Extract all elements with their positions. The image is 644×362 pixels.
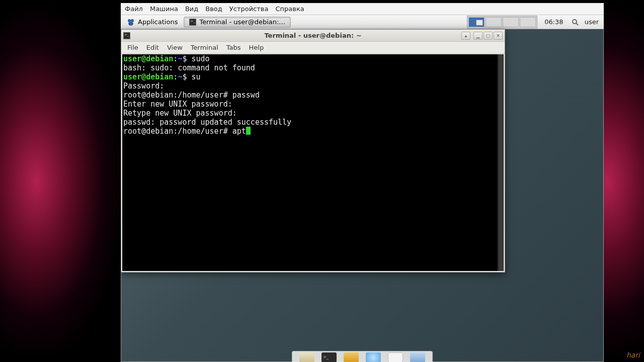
workspace-pager[interactable] (467, 16, 537, 29)
svg-point-3 (573, 20, 577, 24)
menu-help[interactable]: Help (249, 44, 264, 51)
dock-web-browser[interactable] (366, 352, 381, 362)
terminal-line: Retype new UNIX password: (123, 109, 503, 118)
host-menu-input[interactable]: Ввод (205, 5, 222, 13)
window-close-button[interactable]: ✕ (494, 32, 503, 40)
terminal-line: user@debian:~$ sudo (123, 54, 503, 63)
svg-point-2 (128, 22, 133, 26)
terminal-output[interactable]: user@debian:~$ sudobash: sudo: command n… (122, 54, 504, 271)
menu-edit[interactable]: Edit (146, 44, 159, 51)
svg-line-4 (576, 23, 578, 25)
terminal-line: passwd: password updated successfully (123, 118, 503, 127)
menu-terminal[interactable]: Terminal (191, 44, 218, 51)
terminal-line: user@debian:~$ su (123, 72, 503, 81)
xfce-dock (292, 351, 433, 362)
menu-view[interactable]: View (167, 44, 183, 51)
terminal-menubar: File Edit View Terminal Tabs Help (121, 42, 505, 54)
dock-file-manager[interactable] (299, 352, 314, 362)
terminal-line: root@debian:/home/user# apt (123, 127, 503, 136)
panel-clock[interactable]: 06:38 (539, 18, 568, 26)
window-pin-button[interactable]: ▴ (461, 32, 470, 40)
menu-file[interactable]: File (127, 44, 138, 51)
terminal-cursor (246, 127, 251, 135)
host-menu-machine[interactable]: Машина (150, 5, 178, 13)
applications-menu-button[interactable]: Applications (123, 17, 182, 27)
window-titlebar[interactable]: Terminal - user@debian: ~ ▴ ▁ ▢ ✕ (121, 30, 505, 42)
host-menubar: Файл Машина Вид Ввод Устройства Справка (121, 3, 604, 15)
window-app-icon (123, 32, 130, 39)
workspace-2[interactable] (486, 17, 502, 27)
terminal-scrollbar[interactable] (498, 54, 504, 271)
terminal-line: Enter new UNIX password: (123, 100, 503, 109)
search-icon[interactable] (571, 18, 580, 27)
applications-menu-label: Applications (138, 18, 178, 26)
watermark-text: hari (626, 351, 640, 359)
terminal-scrollbar-thumb[interactable] (499, 54, 503, 271)
terminal-line: bash: sudo: command not found (123, 63, 503, 72)
dock-text-editor[interactable] (388, 352, 403, 362)
terminal-line: Password: (123, 81, 503, 90)
terminal-line: root@debian:/home/user# passwd (123, 90, 503, 100)
taskbar-button-label: Terminal - user@debian:... (199, 18, 285, 26)
dock-terminal[interactable] (321, 352, 337, 362)
xfce-top-panel: Applications Terminal - user@debian:... … (121, 15, 604, 29)
window-title: Terminal - user@debian: ~ (121, 32, 505, 39)
workspace-1[interactable] (468, 17, 485, 27)
taskbar-button-terminal[interactable]: Terminal - user@debian:... (184, 17, 290, 28)
host-menu-view[interactable]: Вид (185, 5, 198, 13)
window-minimize-button[interactable]: ▁ (473, 32, 482, 40)
window-maximize-button[interactable]: ▢ (484, 32, 493, 40)
guest-desktop: Файл Машина Вид Ввод Устройства Справка … (121, 3, 604, 362)
dock-home-folder[interactable] (410, 352, 425, 362)
menu-tabs[interactable]: Tabs (226, 44, 241, 51)
host-menu-file[interactable]: Файл (125, 5, 143, 13)
host-menu-help[interactable]: Справка (275, 5, 304, 13)
xfce-logo-icon (127, 18, 135, 26)
host-background-left (0, 0, 121, 362)
workspace-4[interactable] (520, 17, 536, 27)
dock-package-manager[interactable] (344, 352, 359, 362)
terminal-icon (189, 19, 196, 26)
panel-user-label[interactable]: user (582, 18, 602, 26)
workspace-3[interactable] (503, 17, 519, 27)
terminal-window: Terminal - user@debian: ~ ▴ ▁ ▢ ✕ File E… (121, 29, 505, 273)
host-menu-devices[interactable]: Устройства (229, 5, 269, 13)
